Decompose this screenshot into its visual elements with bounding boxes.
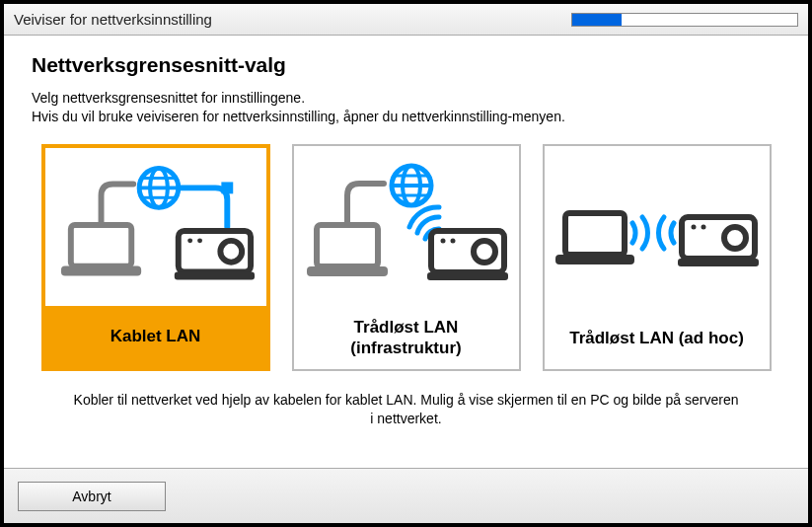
wizard-window: Veiviser for nettverksinnstilling Nettve…: [0, 0, 812, 527]
option-wireless-infrastructure[interactable]: Trådløst LAN (infrastruktur): [292, 144, 521, 371]
options-row: Kablet LAN: [32, 144, 780, 371]
footer: Avbryt: [4, 468, 808, 523]
svg-rect-0: [70, 225, 130, 266]
svg-point-30: [691, 224, 696, 229]
svg-point-9: [220, 241, 242, 263]
wireless-infra-icon: [294, 146, 519, 308]
option-wireless-infra-label: Trådløst LAN (infrastruktur): [294, 308, 519, 369]
svg-rect-22: [427, 272, 508, 280]
svg-rect-13: [317, 225, 378, 266]
svg-point-23: [440, 238, 445, 243]
cancel-button[interactable]: Avbryt: [18, 482, 166, 511]
instruction-line-1: Velg nettverksgrensesnittet for innstill…: [32, 89, 780, 108]
option-wired-lan[interactable]: Kablet LAN: [41, 144, 270, 371]
svg-rect-10: [174, 271, 254, 279]
option-wireless-adhoc-label: Trådløst LAN (ad hoc): [545, 308, 770, 369]
window-title: Veiviser for nettverksinnstilling: [14, 11, 212, 28]
option-description: Kobler til nettverket ved hjelp av kabel…: [32, 391, 780, 428]
instruction-line-2: Hvis du vil bruke veiviseren for nettver…: [32, 108, 780, 126]
svg-rect-7: [221, 182, 233, 193]
wireless-adhoc-icon: [545, 146, 770, 308]
svg-rect-29: [678, 259, 759, 266]
titlebar: Veiviser for nettverksinnstilling: [4, 4, 808, 36]
svg-rect-26: [555, 255, 634, 264]
page-title: Nettverksgrensesnitt-valg: [32, 53, 780, 77]
option-wireless-adhoc[interactable]: Trådløst LAN (ad hoc): [543, 144, 772, 371]
svg-point-12: [197, 238, 202, 243]
svg-rect-1: [60, 265, 140, 275]
svg-point-11: [187, 238, 192, 243]
svg-rect-14: [307, 266, 388, 276]
progress-fill: [572, 14, 622, 26]
svg-point-31: [701, 224, 705, 229]
svg-point-24: [450, 238, 455, 243]
svg-point-21: [474, 241, 495, 263]
instructions: Velg nettverksgrensesnittet for innstill…: [32, 89, 780, 126]
progress-bar: [571, 13, 798, 27]
svg-point-28: [724, 227, 746, 249]
content-area: Nettverksgrensesnitt-valg Velg nettverks…: [4, 36, 808, 468]
svg-rect-25: [565, 213, 625, 255]
wired-lan-icon: [45, 148, 266, 306]
option-wired-lan-label: Kablet LAN: [45, 306, 266, 367]
